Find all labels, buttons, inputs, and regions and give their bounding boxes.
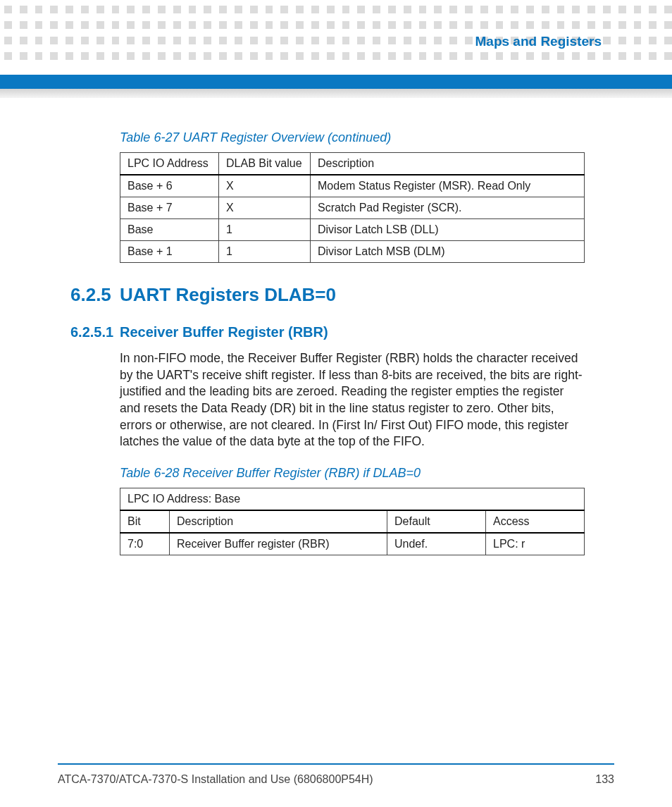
- table-cell: Base + 6: [120, 175, 219, 197]
- table-cell: Base + 1: [120, 241, 219, 263]
- table-cell: 1: [219, 241, 311, 263]
- table-header-cell: LPC IO Address: [120, 153, 219, 175]
- table-cell: Base: [120, 219, 219, 241]
- page-footer: ATCA-7370/ATCA-7370-S Installation and U…: [58, 773, 614, 786]
- footer-rule: [58, 763, 614, 765]
- decorative-dots-row: [0, 6, 672, 14]
- table-cell: Base + 7: [120, 197, 219, 219]
- page-content: Table 6-27 UART Register Overview (conti…: [120, 130, 585, 577]
- table-header-cell: LPC IO Address: Base: [120, 488, 585, 510]
- table-row: 7:0 Receiver Buffer register (RBR) Undef…: [120, 533, 585, 555]
- footer-page-number: 133: [595, 773, 614, 786]
- table-header-cell: Bit: [120, 510, 170, 533]
- table-cell: Modem Status Register (MSR). Read Only: [311, 175, 585, 197]
- table-cell: Scratch Pad Register (SCR).: [311, 197, 585, 219]
- table-cell: X: [219, 197, 311, 219]
- table-cell: Divisor Latch MSB (DLM): [311, 241, 585, 263]
- subsection-heading: 6.2.5.1 Receiver Buffer Register (RBR): [70, 324, 585, 340]
- table-row: Base + 1 1 Divisor Latch MSB (DLM): [120, 241, 585, 263]
- receiver-buffer-register-table: LPC IO Address: Base Bit Description Def…: [120, 488, 585, 555]
- section-heading: 6.2.5 UART Registers DLAB=0: [70, 284, 585, 306]
- footer-doc-title: ATCA-7370/ATCA-7370-S Installation and U…: [58, 773, 373, 786]
- section-number: 6.2.5.1: [70, 324, 120, 340]
- table-header-cell: Default: [387, 510, 486, 533]
- decorative-dots-row: [0, 21, 672, 30]
- chapter-title: Maps and Registers: [475, 34, 602, 49]
- table-cell: Undef.: [387, 533, 486, 555]
- table-header-cell: DLAB Bit value: [219, 153, 311, 175]
- table-cell: 7:0: [120, 533, 170, 555]
- table-row: Base + 7 X Scratch Pad Register (SCR).: [120, 197, 585, 219]
- table-header-cell: Description: [170, 510, 387, 533]
- section-number: 6.2.5: [70, 284, 120, 306]
- table-caption: Table 6-27 UART Register Overview (conti…: [120, 130, 585, 145]
- section-title: UART Registers DLAB=0: [120, 284, 336, 306]
- table-row: Base + 6 X Modem Status Register (MSR). …: [120, 175, 585, 197]
- table-cell: Receiver Buffer register (RBR): [170, 533, 387, 555]
- table-header-cell: Description: [311, 153, 585, 175]
- table-row: Base 1 Divisor Latch LSB (DLL): [120, 219, 585, 241]
- table-cell: X: [219, 175, 311, 197]
- table-caption: Table 6-28 Receiver Buffer Register (RBR…: [120, 466, 585, 481]
- table-cell: 1: [219, 219, 311, 241]
- table-header-cell: Access: [486, 510, 585, 533]
- decorative-dots-row: [0, 52, 672, 61]
- table-cell: LPC: r: [486, 533, 585, 555]
- section-title: Receiver Buffer Register (RBR): [120, 324, 328, 340]
- table-cell: Divisor Latch LSB (DLL): [311, 219, 585, 241]
- body-paragraph: In non-FIFO mode, the Receiver Buffer Re…: [120, 350, 585, 450]
- header-blue-bar: [0, 75, 672, 89]
- header-gray-bar: [0, 89, 672, 98]
- uart-register-overview-table: LPC IO Address DLAB Bit value Descriptio…: [120, 152, 585, 263]
